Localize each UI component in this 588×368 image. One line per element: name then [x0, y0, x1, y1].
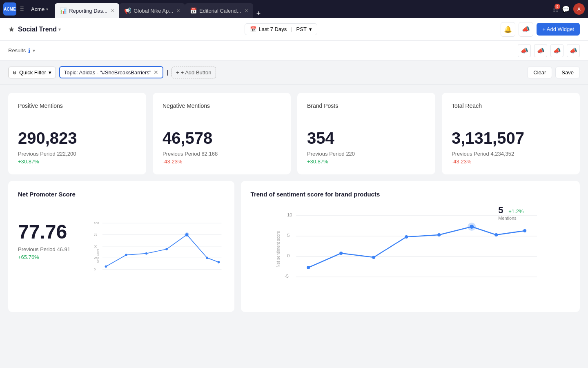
- date-range-label: Last 7 Days: [259, 26, 287, 32]
- workspace-label: Acme: [31, 6, 45, 12]
- apps-icon[interactable]: ⚏ 9: [553, 5, 559, 13]
- calendar-icon: 📅: [250, 26, 256, 32]
- avatar[interactable]: A: [573, 3, 585, 15]
- nps-change: +65.76%: [18, 254, 91, 260]
- results-bell-icon-2[interactable]: 📣: [534, 44, 547, 57]
- total-reach-title: Total Reach: [452, 103, 570, 109]
- brand-posts-value: 354: [307, 129, 425, 147]
- results-info-icon[interactable]: ℹ: [28, 47, 30, 54]
- nps-chart: 100 75 50 25 0 NPS Score: [91, 204, 225, 294]
- page-header: ★ Social Trend ▾ 📅 Last 7 Days | PST ▾ 🔔…: [0, 18, 588, 41]
- svg-point-14: [165, 248, 168, 250]
- workspace-chevron-icon: ▾: [46, 7, 48, 11]
- page-title: Social Trend: [18, 26, 57, 33]
- filter-bar-right: Clear Save: [527, 67, 580, 78]
- brand-posts-card: Brand Posts 354 Previous Period 220 +30.…: [297, 93, 435, 174]
- positive-mentions-prev: Previous Period 222,200: [18, 151, 136, 157]
- svg-point-37: [470, 225, 474, 229]
- quick-filter-button[interactable]: ⊌ Quick Filter ▾: [8, 67, 56, 78]
- tabs-area: 📊 Reporting Das... ✕ 📢 Global Nike Ap...…: [55, 0, 551, 18]
- svg-text:Mentions: Mentions: [498, 216, 517, 221]
- tab-nike[interactable]: 📢 Global Nike Ap... ✕: [119, 3, 185, 18]
- tab-reporting-label: Reporting Das...: [69, 8, 107, 14]
- negative-mentions-title: Negative Mentions: [163, 103, 281, 109]
- tab-editorial-label: Editorial Calend...: [199, 8, 241, 14]
- page-title-area[interactable]: Social Trend ▾: [18, 26, 61, 33]
- svg-point-34: [405, 235, 408, 239]
- negative-mentions-prev: Previous Period 82,168: [163, 151, 281, 157]
- negative-mentions-change: -43.23%: [163, 158, 281, 165]
- main-content: Positive Mentions 290,823 Previous Perio…: [0, 85, 588, 368]
- positive-mentions-card: Positive Mentions 290,823 Previous Perio…: [8, 93, 146, 174]
- brand-posts-prev: Previous Period 220: [307, 151, 425, 157]
- cursor-indicator: |: [167, 69, 168, 76]
- workspace-selector[interactable]: Acme ▾: [28, 4, 51, 14]
- tab-reporting-close-icon[interactable]: ✕: [111, 8, 114, 13]
- total-reach-value: 3,131,507: [452, 129, 570, 147]
- tab-editorial[interactable]: 📅 Editorial Calend... ✕: [185, 3, 253, 18]
- results-bell-icon-3[interactable]: 📣: [550, 44, 564, 57]
- share-icon-button[interactable]: 📣: [519, 22, 533, 37]
- header-center: 📅 Last 7 Days | PST ▾: [245, 23, 317, 35]
- results-bar: Results ℹ ▾ 📣 📣 📣 📣: [0, 41, 588, 60]
- positive-mentions-title: Positive Mentions: [18, 103, 136, 109]
- results-bell-icon-1[interactable]: 📣: [518, 44, 531, 57]
- filter-tag-adidas: Topic: Adidas - "#SheBreaksBarriers" ✕: [59, 66, 164, 78]
- total-reach-change: -43.23%: [452, 158, 570, 165]
- filter-tag-text: Topic: Adidas - "#SheBreaksBarriers": [64, 69, 151, 76]
- tab-editorial-icon: 📅: [190, 7, 197, 14]
- svg-point-18: [218, 261, 220, 263]
- sentiment-chart: 5 +1.2% Mentions 10 5 0 -5 Net sentiment…: [251, 204, 570, 302]
- page-title-chevron-icon: ▾: [58, 27, 61, 32]
- quick-filter-chevron-icon: ▾: [49, 69, 51, 76]
- positive-mentions-change: +30.87%: [18, 158, 136, 165]
- favorite-button[interactable]: ★: [8, 25, 15, 34]
- svg-point-17: [206, 256, 208, 259]
- add-widget-button[interactable]: + Add Widget: [537, 23, 580, 36]
- date-chevron-icon: ▾: [309, 26, 312, 32]
- app-logo[interactable]: ACME: [3, 2, 16, 16]
- results-label: Results: [8, 47, 26, 54]
- header-right: 🔔 📣 + Add Widget: [501, 22, 580, 37]
- tab-editorial-close-icon[interactable]: ✕: [245, 8, 248, 13]
- sentiment-panel: Trend of sentiment score for brand produ…: [241, 181, 580, 312]
- save-button[interactable]: Save: [555, 67, 580, 78]
- metric-cards: Positive Mentions 290,823 Previous Perio…: [8, 93, 580, 174]
- svg-text:-5: -5: [285, 274, 289, 279]
- clear-button[interactable]: Clear: [527, 67, 552, 78]
- svg-point-33: [372, 256, 375, 259]
- topbar-right: ⚏ 9 💬 A: [553, 3, 585, 15]
- svg-text:Net sentiment score: Net sentiment score: [276, 231, 281, 267]
- nps-previous: Previous Period 46.91: [18, 246, 91, 252]
- grid-icon[interactable]: ⠿: [18, 5, 26, 13]
- svg-text:75: 75: [94, 233, 98, 236]
- svg-point-32: [339, 252, 343, 255]
- svg-text:0: 0: [287, 253, 290, 258]
- negative-mentions-value: 46,578: [163, 129, 281, 147]
- svg-text:5: 5: [498, 205, 503, 215]
- svg-text:+1.2%: +1.2%: [508, 208, 524, 214]
- results-chevron-icon[interactable]: ▾: [33, 48, 35, 54]
- bottom-panels: Net Promoter Score 77.76 Previous Period…: [8, 181, 580, 312]
- svg-point-11: [105, 265, 107, 268]
- header-left: ★ Social Trend ▾: [8, 25, 61, 34]
- notification-badge: 9: [555, 4, 560, 9]
- nps-value: 77.76: [18, 221, 91, 243]
- date-separator: |: [291, 26, 292, 32]
- results-bell-icon-4[interactable]: 📣: [567, 44, 580, 57]
- sentiment-panel-title: Trend of sentiment score for brand produ…: [251, 191, 570, 198]
- chat-icon[interactable]: 💬: [562, 5, 570, 13]
- total-reach-card: Total Reach 3,131,507 Previous Period 4,…: [442, 93, 580, 174]
- bell-icon-button[interactable]: 🔔: [501, 22, 515, 37]
- tab-nike-close-icon[interactable]: ✕: [176, 8, 180, 13]
- filter-bar: ⊌ Quick Filter ▾ Topic: Adidas - "#SheBr…: [0, 60, 588, 85]
- tab-reporting[interactable]: 📊 Reporting Das... ✕: [55, 3, 119, 18]
- date-range-selector[interactable]: 📅 Last 7 Days | PST ▾: [245, 23, 317, 35]
- add-filter-label: + Add Button: [181, 69, 212, 76]
- add-tab-button[interactable]: +: [253, 9, 264, 18]
- add-filter-plus-icon: +: [176, 69, 179, 76]
- sentiment-content: 5 +1.2% Mentions 10 5 0 -5 Net sentiment…: [251, 204, 570, 302]
- filter-tag-close-icon[interactable]: ✕: [154, 69, 158, 76]
- svg-point-16: [185, 233, 188, 236]
- add-filter-button[interactable]: + + Add Button: [172, 67, 216, 78]
